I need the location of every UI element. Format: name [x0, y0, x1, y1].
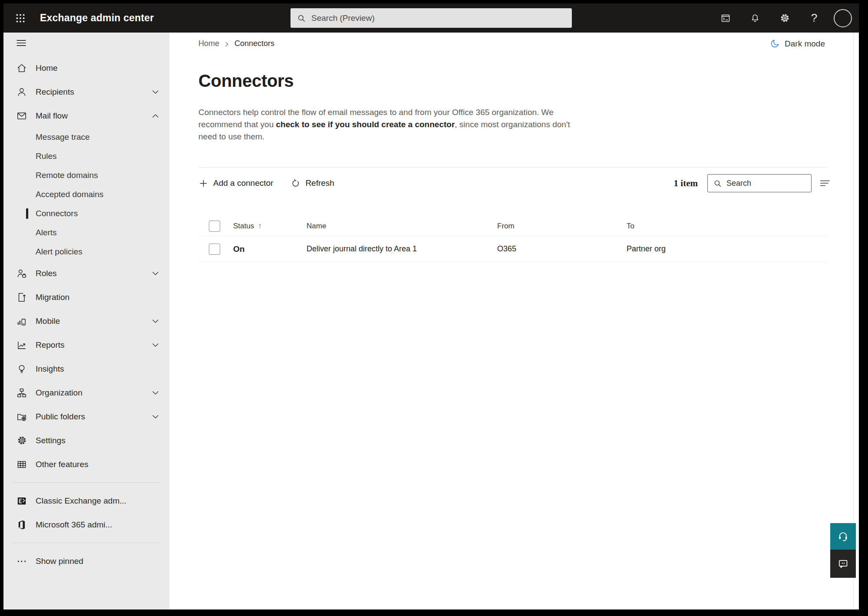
sidebar-item-label: Show pinned — [36, 557, 83, 566]
refresh-label: Refresh — [305, 178, 334, 188]
row-checkbox[interactable] — [209, 244, 220, 255]
sidebar-item-classic-exchange[interactable]: Classic Exchange adm... — [3, 489, 169, 513]
sidebar-item-roles[interactable]: Roles — [3, 261, 169, 285]
sidebar-item-other-features[interactable]: Other features — [3, 452, 169, 476]
bell-icon — [750, 13, 760, 23]
search-icon — [297, 13, 306, 23]
sidebar-item-label: Settings — [36, 436, 66, 445]
sidebar-item-recipients[interactable]: Recipients — [3, 80, 169, 104]
help-button[interactable]: ? — [804, 8, 824, 28]
sidebar-item-label: Alert policies — [36, 247, 83, 257]
person-icon — [16, 86, 28, 98]
headset-icon — [837, 530, 849, 542]
support-button[interactable] — [830, 523, 856, 550]
app-launcher-button[interactable] — [10, 8, 30, 28]
gear-icon — [16, 435, 28, 447]
sidebar-divider — [13, 482, 160, 483]
status-badge: On — [233, 244, 244, 254]
sidebar-item-insights[interactable]: Insights — [3, 357, 169, 381]
sidebar-item-label: Accepted domains — [36, 190, 103, 199]
sidebar-item-label: Microsoft 365 admi... — [36, 520, 112, 530]
list-toolbar: Add a connector Refresh 1 item — [198, 168, 831, 199]
table-row[interactable]: On Deliver journal directly to Area 1 O3… — [198, 236, 828, 262]
floating-action-buttons — [830, 523, 856, 578]
sidebar-item-organization[interactable]: Organization — [3, 381, 169, 405]
nav-collapse-button[interactable] — [3, 33, 169, 53]
sidebar-item-migration[interactable]: Migration — [3, 285, 169, 309]
sidebar-item-label: Rules — [36, 152, 57, 161]
account-avatar[interactable] — [834, 9, 852, 27]
notifications-button[interactable] — [745, 8, 765, 28]
sidebar-item-label: Other features — [36, 460, 88, 469]
sidebar-item-accepted-domains[interactable]: Accepted domains — [3, 185, 169, 204]
column-header-status[interactable]: Status — [233, 222, 254, 231]
sidebar-item-mobile[interactable]: Mobile — [3, 309, 169, 333]
cloud-shell-button[interactable] — [716, 8, 736, 28]
moon-icon — [770, 39, 780, 49]
sidebar-item-label: Home — [36, 63, 58, 73]
home-icon — [16, 62, 28, 74]
select-all-checkbox[interactable] — [209, 221, 220, 232]
chevron-down-icon — [152, 90, 159, 94]
add-connector-button[interactable]: Add a connector — [198, 178, 273, 188]
app-launcher-icon — [15, 13, 26, 24]
sidebar-item-label: Mail flow — [36, 111, 68, 121]
sidebar-item-rules[interactable]: Rules — [3, 147, 169, 166]
breadcrumb-home-link[interactable]: Home — [198, 39, 219, 48]
feedback-button[interactable] — [830, 550, 856, 578]
sidebar-item-settings[interactable]: Settings — [3, 428, 169, 452]
public-folders-icon — [16, 411, 28, 423]
sidebar-item-label: Recipients — [36, 87, 74, 97]
left-navigation: Home Recipients — [3, 33, 169, 609]
column-header-to[interactable]: To — [627, 222, 634, 230]
breadcrumb-current: Connectors — [234, 39, 274, 48]
dark-mode-toggle[interactable]: Dark mode — [770, 39, 825, 49]
connector-name[interactable]: Deliver journal directly to Area 1 — [307, 244, 417, 253]
sidebar-item-label: Message trace — [36, 132, 90, 142]
sidebar-item-label: Organization — [36, 388, 83, 398]
sidebar-item-remote-domains[interactable]: Remote domains — [3, 166, 169, 185]
refresh-icon — [290, 178, 300, 188]
connector-to: Partner org — [627, 244, 666, 253]
sidebar-item-alerts[interactable]: Alerts — [3, 223, 169, 242]
sidebar-item-mail-flow[interactable]: Mail flow — [3, 104, 169, 128]
breadcrumb-chevron-icon — [224, 41, 229, 47]
migration-icon — [16, 291, 28, 303]
chevron-down-icon — [152, 415, 159, 419]
sidebar-item-home[interactable]: Home — [3, 56, 169, 80]
sidebar-item-label: Roles — [36, 269, 57, 278]
dark-mode-label: Dark mode — [785, 39, 825, 49]
reports-icon — [16, 339, 28, 351]
sidebar-item-label: Migration — [36, 293, 69, 302]
sidebar-item-label: Alerts — [36, 228, 57, 237]
settings-button[interactable] — [775, 8, 795, 28]
list-search-box[interactable] — [707, 174, 812, 192]
sidebar-item-label: Classic Exchange adm... — [36, 496, 126, 506]
other-features-icon — [16, 458, 28, 471]
refresh-button[interactable]: Refresh — [290, 178, 334, 188]
sidebar-item-microsoft-365-admin[interactable]: Microsoft 365 admi... — [3, 513, 169, 537]
sidebar-item-connectors[interactable]: Connectors — [3, 204, 169, 223]
global-search-box[interactable] — [290, 8, 572, 28]
column-header-name[interactable]: Name — [307, 222, 326, 230]
plus-icon — [198, 178, 208, 188]
sidebar-item-show-pinned[interactable]: Show pinned — [3, 549, 169, 573]
hamburger-icon — [16, 37, 27, 49]
sidebar-item-alert-policies[interactable]: Alert policies — [3, 242, 169, 261]
list-search-input[interactable] — [726, 179, 806, 188]
sidebar-item-message-trace[interactable]: Message trace — [3, 128, 169, 147]
column-header-from[interactable]: From — [497, 222, 515, 230]
sidebar-item-public-folders[interactable]: Public folders — [3, 405, 169, 428]
global-search-input[interactable] — [311, 13, 566, 23]
sidebar-divider — [13, 543, 160, 543]
item-count: 1 item — [674, 178, 698, 189]
create-connector-check-link[interactable]: check to see if you should create a conn… — [276, 120, 455, 129]
filter-button[interactable] — [819, 178, 831, 188]
breadcrumb: Home Connectors — [198, 39, 274, 48]
sort-ascending-icon: ↑ — [258, 222, 262, 231]
sidebar-item-reports[interactable]: Reports — [3, 333, 169, 357]
classic-exchange-icon — [16, 495, 28, 507]
app-title: Exchange admin center — [40, 12, 154, 24]
top-bar: Exchange admin center — [3, 3, 859, 33]
filter-icon — [819, 178, 831, 188]
